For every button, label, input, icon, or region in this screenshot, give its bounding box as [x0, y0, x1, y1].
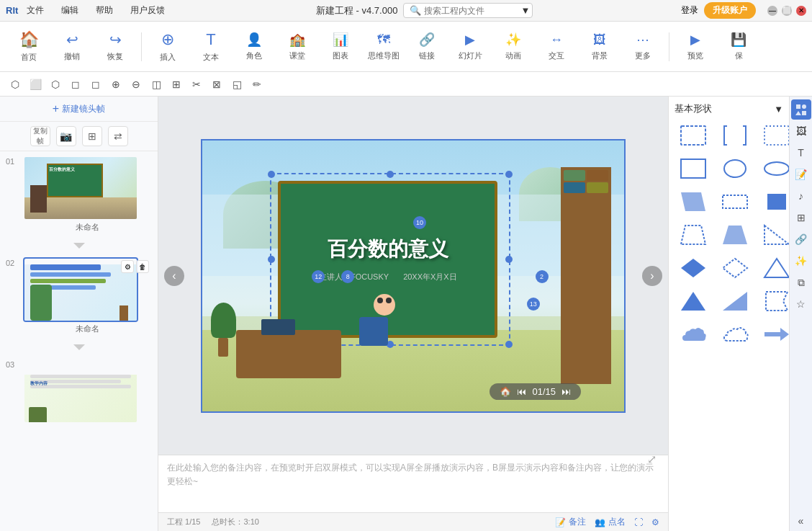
shape-diamond[interactable] — [675, 254, 712, 282]
canvas-nav-left[interactable]: ‹ — [164, 266, 184, 286]
shapes-dropdown-icon[interactable]: ▼ — [774, 104, 783, 115]
menu-help[interactable]: 帮助 — [93, 3, 116, 18]
tool-home[interactable]: 🏠 首页 — [9, 25, 49, 68]
shape-trapezoid-sym[interactable] — [675, 220, 712, 249]
slide-settings-btn-2[interactable]: ⚙ — [121, 260, 134, 273]
shape-rect-dashed[interactable] — [675, 121, 712, 150]
tool-animation[interactable]: ✨ 动画 — [493, 25, 533, 68]
tool-mindmap[interactable]: 🗺 思维导图 — [364, 25, 404, 68]
sec-btn-zoom-out[interactable]: ⊖ — [127, 75, 145, 94]
layers-panel-btn[interactable]: ⧉ — [791, 272, 811, 293]
table-panel-btn[interactable]: ⊞ — [791, 208, 811, 228]
maximize-button[interactable]: ⬜ — [782, 6, 792, 16]
menu-file[interactable]: 文件 — [24, 3, 47, 18]
collapse-sidebar-btn[interactable]: « — [791, 511, 811, 531]
shape-rect-filled[interactable] — [758, 187, 789, 216]
tool-redo[interactable]: ↪ 恢复 — [95, 25, 135, 68]
notes-action[interactable]: 📝 备注 — [555, 516, 586, 528]
tool-background[interactable]: 🖼 背景 — [579, 25, 620, 68]
slide-thumb-3[interactable]: 教学内容 — [23, 359, 138, 424]
slide-item-2[interactable]: 02 ⚙ — [0, 253, 158, 340]
sec-btn-crop[interactable]: ✂ — [187, 75, 206, 94]
fullscreen-action[interactable]: ⛶ — [634, 516, 643, 528]
login-button[interactable]: 登录 — [681, 4, 698, 17]
shape-rect[interactable] — [675, 154, 712, 183]
notes-expand-icon[interactable]: ⤢ — [647, 452, 657, 466]
tool-interact[interactable]: ↔ 交互 — [536, 25, 577, 68]
copy-frame-button[interactable]: 复制帧 — [30, 126, 50, 146]
effect-panel-btn[interactable]: ✨ — [791, 251, 811, 271]
camera-button[interactable]: 📷 — [56, 126, 76, 146]
image-panel-btn[interactable]: 🖼 — [791, 121, 811, 141]
star-panel-btn[interactable]: ☆ — [791, 294, 811, 314]
search-bar[interactable]: 🔍 ▼ — [403, 3, 533, 18]
sec-btn-shape4[interactable]: ◻ — [66, 75, 85, 94]
slide-thumb-1[interactable]: 百分数的意义 — [23, 156, 138, 220]
shape-right-triangle[interactable] — [716, 287, 754, 316]
tool-link[interactable]: 🔗 链接 — [407, 25, 447, 68]
insert-icon: ⊕ — [161, 30, 174, 49]
notes-area[interactable]: 在此处输入您的备注内容，在预览时开启双屏模式，可以实现A屏全屏播放演示内容，B屏… — [158, 455, 668, 512]
sec-btn-shape5[interactable]: ◻ — [86, 75, 105, 94]
music-panel-btn[interactable]: ♪ — [791, 186, 811, 206]
shape-trapezoid[interactable] — [716, 220, 754, 249]
sec-btn-fit[interactable]: ◫ — [147, 75, 166, 94]
shape-triangle-right[interactable] — [758, 220, 789, 249]
sec-btn-shape1[interactable]: ⬡ — [6, 75, 24, 94]
shape-rect-corner-dashed[interactable] — [758, 121, 789, 150]
shape-circle[interactable] — [716, 154, 754, 183]
slide-delete-btn-2[interactable]: 🗑 — [136, 260, 149, 273]
shape-arrow[interactable] — [758, 320, 789, 349]
right-icons-strip: 🖼 T 📝 ♪ ⊞ 🔗 ✨ ⧉ ☆ « — [789, 97, 812, 531]
roll-call-action[interactable]: 👥 点名 — [595, 516, 626, 528]
sec-btn-edit[interactable]: ✏ — [248, 75, 266, 94]
settings-action[interactable]: ⚙ — [651, 516, 659, 528]
tool-save[interactable]: 💾 保 — [718, 25, 759, 68]
sec-btn-shape2[interactable]: ⬜ — [26, 75, 45, 94]
tool-chart[interactable]: 📊 图表 — [320, 25, 361, 68]
sec-btn-arrange[interactable]: ◱ — [227, 75, 246, 94]
tool-slideshow[interactable]: ▶ 幻灯片 — [450, 25, 490, 68]
tool-preview[interactable]: ▶ 预览 — [675, 25, 716, 68]
shapes-panel-btn[interactable] — [791, 99, 811, 120]
new-frame-header[interactable]: + 新建镜头帧 — [0, 97, 158, 122]
svg-marker-7 — [681, 192, 705, 211]
tool-undo[interactable]: ↩ 撤销 — [52, 25, 92, 68]
slide-item-3[interactable]: 03 教学内容 — [0, 354, 158, 428]
sec-btn-shape3[interactable]: ⬡ — [46, 75, 65, 94]
shape-parallelogram[interactable] — [675, 187, 712, 216]
shape-bracket-square[interactable] — [716, 121, 754, 150]
sec-btn-zoom-in[interactable]: ⊕ — [107, 75, 125, 94]
shape-oval[interactable] — [758, 154, 789, 183]
shape-cloud[interactable] — [675, 320, 712, 349]
shape-triangle-outline[interactable] — [758, 254, 789, 282]
svg-rect-9 — [767, 194, 786, 210]
sec-btn-grid[interactable]: ⊞ — [167, 75, 186, 94]
canvas-nav-right[interactable]: › — [642, 266, 662, 286]
main-slide-canvas[interactable]: 百分数的意义 主讲人：FOCUSKY 20XX年X月X日 — [201, 139, 626, 413]
shape-triangle-filled[interactable] — [675, 287, 712, 316]
minimize-button[interactable]: — — [767, 6, 777, 16]
tool-classroom[interactable]: 🏫 课堂 — [277, 25, 317, 68]
tool-character[interactable]: 👤 角色 — [234, 25, 274, 68]
slide-item-1[interactable]: 01 百分数的意义 未命名 — [0, 151, 158, 238]
menu-feedback[interactable]: 用户反馈 — [127, 3, 168, 18]
menu-edit[interactable]: 编辑 — [58, 3, 81, 18]
close-button[interactable]: ✕ — [796, 6, 806, 16]
tool-more[interactable]: ⋯ 更多 — [623, 25, 663, 68]
shape-rect-dashed2[interactable] — [716, 187, 754, 216]
search-dropdown-icon[interactable]: ▼ — [520, 5, 530, 16]
shape-flag[interactable] — [758, 287, 789, 316]
sec-btn-align[interactable]: ⊠ — [207, 75, 226, 94]
upgrade-button[interactable]: 升级账户 — [704, 2, 756, 19]
tool-insert[interactable]: ⊕ 插入 — [148, 25, 188, 68]
search-input[interactable] — [424, 6, 518, 16]
swap-button[interactable]: ⇄ — [108, 126, 128, 146]
tool-text[interactable]: T 文本 — [191, 25, 231, 68]
shape-cloud-outline[interactable] — [716, 320, 754, 349]
grid-view-button[interactable]: ⊞ — [82, 126, 102, 146]
text-panel-btn[interactable]: T — [791, 143, 811, 163]
shape-diamond-outline[interactable] — [716, 254, 754, 282]
link-panel-btn[interactable]: 🔗 — [791, 229, 811, 249]
note-panel-btn[interactable]: 📝 — [791, 164, 811, 184]
